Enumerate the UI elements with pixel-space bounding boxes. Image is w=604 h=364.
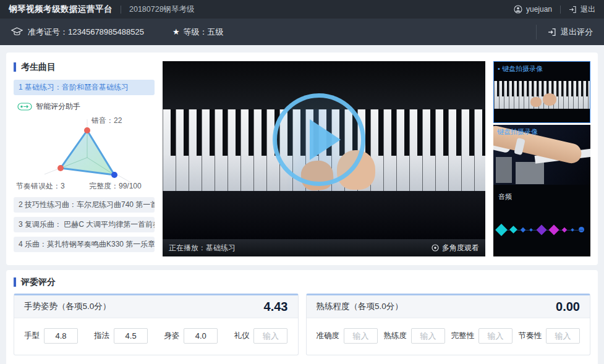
video-status-bar: 正在播放：基础练习 多角度观看 [163,239,485,256]
song-list-sidebar: 考生曲目 1 基础练习：音阶和琶音基础练习 智能评分助手 [14,61,155,256]
username: yuejuan [526,5,552,14]
logout-label: 退出 [581,4,595,15]
exit-scoring-icon [548,28,556,36]
score-input-rhythm[interactable] [546,328,580,344]
ticket-number: 12345678985488525 [68,27,144,36]
score-input-accuracy[interactable] [344,328,378,344]
graduation-cap-icon [11,27,23,36]
field-label-etiquette: 礼仪 [234,331,249,341]
waveform-point [495,224,508,236]
ticket-label: 准考证号： [28,27,68,38]
field-label-accuracy: 准确度 [317,331,340,341]
audio-waveform [497,224,584,236]
field-label-fingering: 指法 [94,331,109,341]
audio-section[interactable]: 音频 [493,185,590,256]
score-input-proficiency[interactable] [411,328,445,344]
song-item-2[interactable]: 2 技巧性练习曲：车尔尼练习曲740 第一首 [14,197,155,213]
video-player: 正在播放：基础练习 多角度观看 [163,61,485,256]
multi-angle-eye-icon [432,244,439,252]
star-icon: ★ [172,27,180,36]
waveform-point [509,226,517,234]
song-item-4[interactable]: 4 乐曲：莫扎特钢琴奏鸣曲K330 第一乐章 [14,237,155,252]
camera-thumbnail-1[interactable]: • 键盘拍摄录像 [493,61,590,123]
score-input-hand-shape[interactable] [44,328,78,344]
mini-keyboard [494,81,590,109]
multi-angle-label: 多角度观看 [442,243,479,253]
exam-info-bar: 准考证号： 12345678985488525 ★ 等级： 五级 退出评分 [0,19,604,45]
assistant-toggle-icon[interactable] [17,103,32,111]
field-label-rhythm: 节奏性 [519,331,542,341]
camera-2-label: 键盘拍摄录像 [497,128,538,135]
judge-scoring-title: 评委评分 [14,277,590,287]
waveform-point [579,227,584,232]
radar-chart: 错音：22 节奏错误处：3 完整度：99/100 [14,114,155,193]
top-header: 钢琴视频考级数据运营平台 20180728钢琴考级 yuejuan 退出 [0,0,604,19]
score-input-completeness[interactable] [479,328,513,344]
camera-thumbnail-2[interactable]: 键盘拍摄录像 [493,125,590,185]
field-label-proficiency: 熟练度 [384,331,407,341]
play-button[interactable] [273,93,365,186]
judge-scoring-panel: 评委评分 手势姿势（各项5.0分） 4.43 手型 指法 身姿 [6,270,598,364]
piano-body [163,191,485,239]
camera-column: • 键盘拍摄录像 键盘拍摄录像 音频 [493,61,590,256]
smart-scoring-assistant: 智能评分助手 [14,101,155,193]
card-score: 4.43 [264,300,288,314]
field-label-completeness: 完整性 [451,331,475,341]
song-item-1[interactable]: 1 基础练习：音阶和琶音基础练习 [14,80,155,95]
active-dot: • [498,65,500,72]
waveform-point [562,227,567,232]
camera-1-label: 键盘拍摄录像 [502,65,543,72]
mini-hand [530,97,542,107]
now-playing-text: 正在播放：基础练习 [169,243,236,253]
waveform-point [536,224,547,235]
waveform-point [530,228,534,232]
audio-label: 音频 [498,192,512,201]
waveform-point [571,228,574,232]
card-title: 手势姿势（各项5.0分） [24,301,111,312]
user-icon [514,5,522,14]
scoring-card-proficiency: 熟练程度（各项5.0分） 0.00 准确度 熟练度 完整性 节奏性 [306,294,591,355]
waveform-point [521,227,525,232]
mini-hand [543,93,556,106]
level-label: 等级： [184,27,208,38]
radar-metric-wrong-notes: 错音：22 [91,116,122,126]
session-title: 20180728钢琴考级 [129,4,195,15]
user-menu[interactable]: yuejuan [514,5,552,14]
score-input-fingering[interactable] [114,328,148,344]
logout-button[interactable]: 退出 [569,4,595,15]
speaker-shape [496,157,512,183]
card-title: 熟练程度（各项5.0分） [317,301,403,312]
play-icon [310,119,341,160]
radar-metric-completeness: 完整度：99/100 [89,181,142,192]
field-label-hand-shape: 手型 [24,331,40,341]
multi-angle-button[interactable]: 多角度观看 [432,243,479,253]
field-label-posture: 身姿 [164,331,179,341]
level-value: 五级 [208,27,224,38]
app-title: 钢琴视频考级数据运营平台 [9,4,113,15]
exit-scoring-button[interactable]: 退出评分 [536,25,593,40]
song-item-3[interactable]: 3 复调乐曲： 巴赫C 大调平均律第一首前奏曲 [14,217,155,232]
score-input-posture[interactable] [184,328,218,344]
main-panel: 考生曲目 1 基础练习：音阶和琶音基础练习 智能评分助手 [6,53,598,265]
divider [121,6,121,14]
waveform-point [548,224,559,235]
song-list-title: 考生曲目 [14,62,155,72]
scoring-card-gesture: 手势姿势（各项5.0分） 4.43 手型 指法 身姿 礼仪 [14,294,299,355]
video-screen[interactable] [163,61,485,239]
speaker-shape [516,162,544,184]
radar-metric-rhythm-errors: 节奏错误处：3 [16,181,65,192]
card-score: 0.00 [556,300,580,314]
score-input-etiquette[interactable] [253,328,287,344]
logout-icon [569,6,577,14]
divider [560,6,561,14]
camera-audio-block: 键盘拍摄录像 音频 [493,125,590,256]
exit-scoring-label: 退出评分 [561,27,593,38]
assistant-label: 智能评分助手 [36,101,80,112]
